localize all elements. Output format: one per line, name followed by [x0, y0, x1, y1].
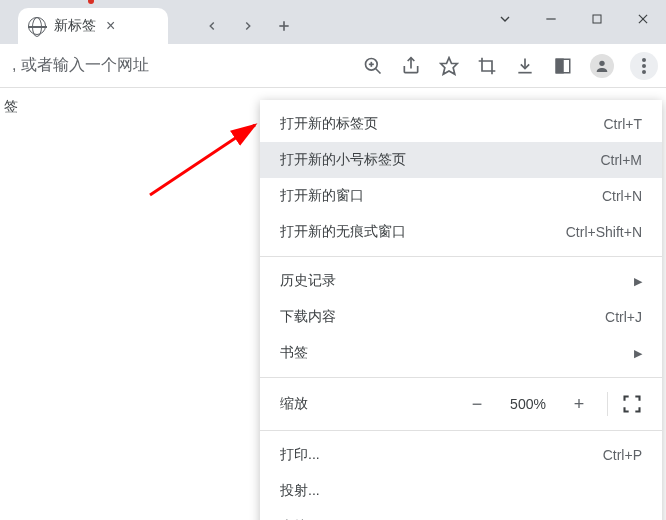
svg-point-18 [642, 64, 646, 68]
svg-point-16 [599, 60, 604, 65]
menu-label: 下载内容 [280, 308, 336, 326]
menu-zoom-row: 缩放 − 500% + [260, 384, 662, 424]
svg-point-19 [642, 70, 646, 74]
menu-shortcut: Ctrl+M [600, 152, 642, 168]
share-icon[interactable] [400, 55, 422, 77]
new-tab-button[interactable] [270, 12, 298, 40]
minimize-button[interactable] [528, 0, 574, 38]
menu-new-window[interactable]: 打开新的窗口 Ctrl+N [260, 178, 662, 214]
menu-new-incognito[interactable]: 打开新的无痕式窗口 Ctrl+Shift+N [260, 214, 662, 250]
submenu-arrow-icon: ▶ [634, 275, 642, 288]
svg-point-17 [642, 58, 646, 62]
menu-print[interactable]: 打印... Ctrl+P [260, 437, 662, 473]
forward-button[interactable] [234, 12, 262, 40]
menu-shortcut: Ctrl+Shift+N [566, 224, 642, 240]
menu-label: 打印... [280, 446, 320, 464]
svg-line-7 [376, 68, 381, 73]
crop-icon[interactable] [476, 55, 498, 77]
menu-new-tab[interactable]: 打开新的标签页 Ctrl+T [260, 106, 662, 142]
profile-icon[interactable] [590, 54, 614, 78]
svg-marker-11 [441, 57, 458, 74]
star-icon[interactable] [438, 55, 460, 77]
menu-shortcut: Ctrl+N [602, 188, 642, 204]
menu-downloads[interactable]: 下载内容 Ctrl+J [260, 299, 662, 335]
menu-separator [260, 430, 662, 431]
submenu-arrow-icon: ▶ [634, 347, 642, 360]
menu-shortcut: Ctrl+T [604, 116, 643, 132]
menu-shortcut: Ctrl+P [603, 447, 642, 463]
menu-cast[interactable]: 投射... [260, 473, 662, 509]
zoom-out-button[interactable]: − [463, 390, 491, 418]
menu-label: 打开新的无痕式窗口 [280, 223, 406, 241]
toolbar: , 或者输入一个网址 [0, 44, 666, 88]
tab-title: 新标签 [54, 17, 96, 35]
address-bar-hint[interactable]: , 或者输入一个网址 [12, 55, 362, 76]
svg-rect-3 [593, 15, 601, 23]
menu-separator [260, 256, 662, 257]
titlebar: 新标签 × [0, 0, 666, 44]
menu-label: 投射... [280, 482, 320, 500]
fullscreen-icon[interactable] [622, 394, 642, 414]
zoom-label: 缩放 [280, 395, 455, 413]
svg-rect-15 [556, 59, 563, 73]
browser-tab[interactable]: 新标签 × [18, 8, 168, 44]
menu-history[interactable]: 历史记录 ▶ [260, 263, 662, 299]
menu-label: 打开新的窗口 [280, 187, 364, 205]
zoom-value: 500% [499, 396, 557, 412]
menu-find[interactable]: 查找... Ctrl+F [260, 509, 662, 520]
download-icon[interactable] [514, 55, 536, 77]
menu-label: 打开新的小号标签页 [280, 151, 406, 169]
menu-shortcut: Ctrl+J [605, 309, 642, 325]
zoom-in-button[interactable]: + [565, 390, 593, 418]
menu-separator [260, 377, 662, 378]
panel-icon[interactable] [552, 55, 574, 77]
globe-icon [28, 17, 46, 35]
menu-label: 历史记录 [280, 272, 336, 290]
zoom-separator [607, 392, 608, 416]
window-controls [482, 0, 666, 38]
menu-label: 书签 [280, 344, 308, 362]
zoom-page-icon[interactable] [362, 55, 384, 77]
menu-button[interactable] [630, 52, 658, 80]
close-tab-icon[interactable]: × [104, 15, 117, 37]
menu-bookmarks[interactable]: 书签 ▶ [260, 335, 662, 371]
menu-new-alt-tab[interactable]: 打开新的小号标签页 Ctrl+M [260, 142, 662, 178]
caret-down-icon[interactable] [482, 0, 528, 38]
back-button[interactable] [198, 12, 226, 40]
tab-nav-buttons [198, 8, 298, 44]
maximize-button[interactable] [574, 0, 620, 38]
close-window-button[interactable] [620, 0, 666, 38]
menu-label: 打开新的标签页 [280, 115, 378, 133]
main-menu: 打开新的标签页 Ctrl+T 打开新的小号标签页 Ctrl+M 打开新的窗口 C… [260, 100, 662, 520]
